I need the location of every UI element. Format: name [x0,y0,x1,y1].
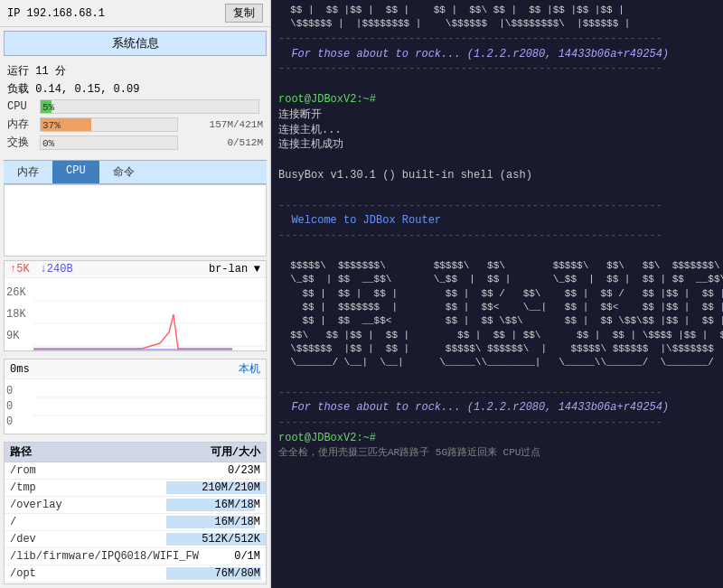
load-label: 负载 0.14, 0.15, 0.09 [7,81,139,97]
ip-bar: IP 192.168.68.1 复制 [0,0,270,27]
stats-section: 运行 11 分 负载 0.14, 0.15, 0.09 CPU 5% 内存 37… [0,60,270,156]
ping-graph: 0 0 0 [5,379,266,434]
ping-graph-labels: 0 0 0 [5,379,33,434]
term-blank2 [278,153,716,168]
disk-path-cell: /dev [5,531,166,547]
term-welcome: Welcome to JDBox Router [278,213,716,229]
disk-size-cell: 76M/80M [166,565,266,582]
term-blank4 [278,244,716,259]
cpu-bar-container: 5% [40,99,259,114]
term-div3: ----------------------------------------… [278,199,716,214]
disk-size-text: 16M/18M [215,499,260,511]
disk-size-cell: 273M/282M [166,583,266,584]
disk-path-cell: /log [5,583,166,584]
terminal-art2-line: $$ | $$$$$$$ | $$ | $$< \__| $$ | $$< $$… [278,301,716,314]
ping-header: 0ms 本机 [5,359,266,379]
term-msg1: For those about to rock... (1.2.2.r2080,… [278,47,716,62]
term-div2: ----------------------------------------… [278,61,716,77]
net-iface[interactable]: br-lan ▼ [209,263,260,275]
uptime-row: 运行 11 分 [7,63,263,79]
disk-section: 路径 可用/大小 /rom0/23M/tmp210M/210M/overlay1… [4,442,267,584]
term-div5: ----------------------------------------… [278,386,716,401]
term-div4: ----------------------------------------… [278,229,716,244]
tab-cpu[interactable]: CPU [52,161,99,183]
terminal-art2-line: $$ | $$ __$$< $$ | $$ \$$\ $$ | $$ \$$\$… [278,314,716,328]
disk-size-cell: 512K/512K [166,531,266,547]
term-connect3: 连接主机成功 [278,137,716,153]
term-bottom: 全全检，使用壳摄三匹先AR路路子 5G路路近回来 CPU过点 [278,446,716,460]
cpu-row: CPU 5% [7,99,263,114]
disk-path-cell: /opt [5,565,166,582]
disk-row: /dev512K/512K [5,531,266,548]
mem-label: 内存 [7,117,40,132]
disk-size-text: 0/23M [228,464,260,477]
terminal-art2: $$$$$\ $$$$$$$\ $$$$$\ $$\ $$$$$\ $$\ $$… [278,259,716,370]
disk-size-cell: 16M/18M [166,514,266,530]
ping-section: 0ms 本机 0 0 0 [4,359,267,434]
disk-size-text: 210M/210M [202,481,260,494]
disk-size-text: 512K/512K [202,533,260,546]
tab-content [4,184,267,257]
ip-address: IP 192.168.68.1 [7,7,105,20]
term-busybox: BusyBox v1.30.1 () built-in shell (ash) [278,168,716,183]
disk-path-cell: /rom [5,462,166,479]
disk-size-cell: 16M/18M [166,497,266,513]
disk-size-text: 76M/80M [215,567,260,580]
network-graph-canvas [33,278,266,350]
disk-size-text: 0/1M [234,550,260,563]
net-stats: ↑5K ↓240B [10,263,73,275]
cpu-bar-text: 5% [42,100,54,115]
terminal-art2-line: $$$$$\ $$$$$$$\ $$$$$\ $$\ $$$$$\ $$\ $$… [278,259,716,273]
terminal-art2-line: $$\ $$ |$$ | $$ | $$ | $$ | $$\ $$ | $$ … [278,329,716,342]
load-row: 负载 0.14, 0.15, 0.09 [7,81,263,97]
term-blank1 [278,77,716,92]
terminal-art2-line: $$ | $$ | $$ | $$ | $$ / $$\ $$ | $$ / $… [278,287,716,301]
term-blank3 [278,183,716,199]
disk-path-cell: /lib/firmware/IPQ6018/WIFI_FW [5,548,204,565]
ping-link[interactable]: 本机 [239,361,260,377]
term-prompt2: root@JDBoxV2:~# [278,431,716,446]
disk-row: /lib/firmware/IPQ6018/WIFI_FW0/1M [5,548,266,565]
disk-path-cell: /overlay [5,497,166,513]
tab-command[interactable]: 命令 [99,161,148,183]
terminal-art2-line: \______/ \__| \__| \_____\\________| \__… [278,356,716,369]
terminal-panel: $$ | $$ |$$ | $$ | $$ | $$\ $$ | $$ |$$ … [271,0,723,588]
cpu-label: CPU [7,100,40,113]
disk-row: /rom0/23M [5,462,266,480]
term-div6: ----------------------------------------… [278,415,716,431]
swap-value: 0/512M [182,137,263,148]
disk-size-col-header: 可用/大小 [166,443,266,462]
copy-button[interactable]: 复制 [225,4,263,23]
disk-path-cell: /tmp [5,480,166,496]
term-connect1: 连接断开 [278,107,716,123]
term-connect2: 连接主机... [278,123,716,138]
swap-bar-text: 0% [42,136,54,151]
tab-memory[interactable]: 内存 [4,161,52,183]
disk-size-cell: 0/1M [204,548,266,565]
disk-row: /log273M/282M [5,583,266,584]
disk-header: 路径 可用/大小 [5,443,266,462]
disk-row: /16M/18M [5,514,266,531]
terminal-art2-line: \_$$ | $$ __$$\ \_$$ | $$ | \_$$ | $$ | … [278,273,716,286]
mem-row: 内存 37% 157M/421M [7,117,263,132]
term-msg2: For those about to rock... (1.2.2.r2080,… [278,400,716,415]
network-graph-labels: 26K 18K 9K [5,278,33,350]
network-header: ↑5K ↓240B br-lan ▼ [5,261,266,278]
disk-path-cell: / [5,514,166,530]
sys-info-title: 系统信息 [4,31,267,56]
terminal-art2-line: \$$$$$$ |$$ | $$ | $$$$$\ $$$$$$\ | $$$$… [278,342,716,356]
disk-row: /opt76M/80M [5,565,266,583]
term-div1: ----------------------------------------… [278,32,716,47]
mem-bar-text: 37% [42,118,61,133]
term-blank5 [278,370,716,386]
ping-label: 0ms [10,363,30,376]
net-download: ↓240B [41,263,73,275]
network-svg [33,278,266,350]
uptime-label: 运行 11 分 [7,63,66,79]
terminal-art1: $$ | $$ |$$ | $$ | $$ | $$\ $$ | $$ |$$ … [278,4,716,32]
disk-size-cell: 0/23M [166,462,266,479]
swap-bar-container: 0% [40,135,178,150]
left-panel: IP 192.168.68.1 复制 系统信息 运行 11 分 负载 0.14,… [0,0,271,588]
network-graph: 26K 18K 9K [5,278,266,350]
network-section: ↑5K ↓240B br-lan ▼ 26K 18K 9K [4,260,267,351]
